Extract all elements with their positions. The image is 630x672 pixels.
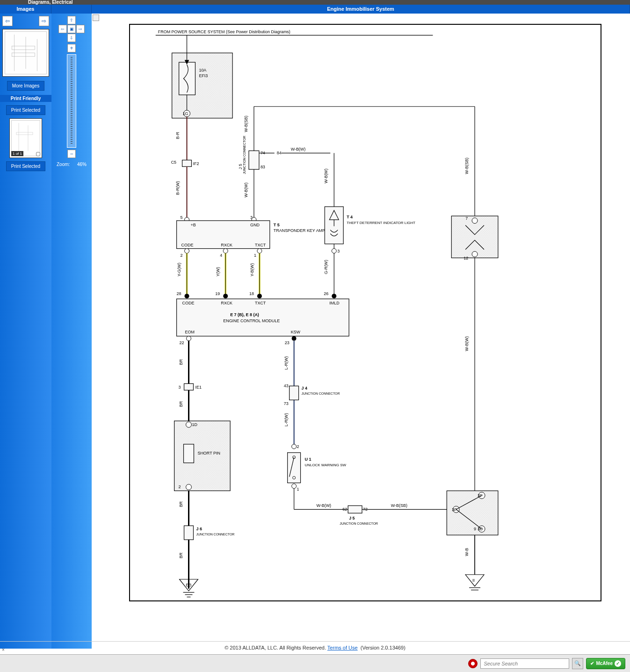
svg-text:1D: 1D	[192, 422, 197, 427]
svg-rect-32	[249, 151, 259, 169]
svg-text:J 4: J 4	[302, 386, 307, 390]
svg-text:W-B(SB): W-B(SB)	[464, 158, 469, 174]
footer: © 2013 ALLDATA, LLC. All Rights Reserved…	[0, 641, 630, 653]
svg-point-97	[187, 336, 191, 341]
select-page-checkbox[interactable]	[36, 152, 40, 156]
svg-text:7: 7	[465, 216, 468, 221]
svg-point-106	[472, 252, 478, 257]
svg-rect-134	[290, 386, 299, 400]
image-thumbnail[interactable]	[2, 29, 49, 77]
svg-text:W-B: W-B	[464, 548, 469, 556]
print-selected-button-2[interactable]: Print Selected	[6, 161, 45, 171]
svg-text:II: II	[472, 578, 475, 583]
svg-point-120	[186, 484, 192, 490]
svg-point-73	[223, 294, 228, 298]
svg-rect-4	[12, 53, 35, 57]
svg-text:L-R(W): L-R(W)	[284, 413, 289, 426]
svg-text:83: 83	[261, 165, 265, 169]
security-shield-icon[interactable]	[468, 659, 478, 668]
mcafee-label: McAfee	[596, 661, 613, 666]
svg-text:2: 2	[297, 444, 299, 449]
mcafee-badge[interactable]: ✔ McAfee ✓	[586, 658, 625, 669]
svg-rect-123	[184, 526, 194, 540]
zoom-column: ⇧ ⇦ ▣ ⇨ ⇩ + − Zoom: 46%	[51, 14, 92, 649]
svg-rect-115	[174, 421, 231, 491]
svg-text:3D: 3D	[478, 527, 483, 531]
svg-text:B-R(W): B-R(W)	[175, 181, 180, 195]
svg-text:CODE: CODE	[181, 243, 194, 247]
more-images-button[interactable]: More Images	[7, 81, 44, 91]
pan-down-button[interactable]: ⇩	[67, 34, 76, 42]
sidebar-left: ⇦ ⇨ More Images Print Friendly Print Sel…	[0, 14, 51, 649]
pan-center-button[interactable]: ▣	[67, 25, 76, 33]
svg-text:43: 43	[284, 383, 289, 388]
svg-point-116	[186, 422, 192, 427]
svg-text:JUNCTION CONNECTOR: JUNCTION CONNECTOR	[243, 136, 246, 174]
svg-rect-3	[12, 46, 35, 50]
svg-text:W-B(SB): W-B(SB)	[244, 116, 248, 132]
svg-text:JUNCTION CONNECTOR: JUNCTION CONNECTOR	[340, 522, 378, 525]
prev-image-button[interactable]: ⇦	[2, 16, 13, 26]
svg-text:4: 4	[220, 253, 222, 258]
svg-text:IF2: IF2	[193, 161, 199, 166]
svg-text:23: 23	[285, 340, 290, 345]
svg-text:3: 3	[337, 249, 340, 253]
svg-point-75	[257, 294, 262, 298]
diagram-viewport[interactable]: FROM POWER SOURCE SYSTEM (See Power Dist…	[92, 14, 630, 649]
svg-text:2: 2	[181, 253, 183, 258]
zoom-slider[interactable]	[67, 54, 76, 148]
svg-text:73: 73	[284, 401, 289, 406]
svg-text:Y(W): Y(W)	[216, 267, 220, 276]
diagram-tool-icon[interactable]	[93, 14, 99, 21]
zoom-out-button[interactable]: −	[67, 150, 76, 158]
svg-text:EB: EB	[186, 583, 192, 587]
next-image-button[interactable]: ⇨	[39, 16, 49, 26]
pan-right-button[interactable]: ⇨	[76, 25, 85, 33]
svg-text:B-R: B-R	[175, 132, 180, 139]
svg-point-71	[185, 294, 189, 298]
svg-text:J 5: J 5	[349, 516, 355, 520]
browser-toolbar: 🔍 ✔ McAfee ✓	[0, 654, 630, 672]
svg-text:BR: BR	[179, 401, 183, 407]
svg-text:62: 62	[342, 507, 347, 512]
svg-text:KSW: KSW	[291, 330, 301, 334]
svg-text:JUNCTION CONNECTOR: JUNCTION CONNECTOR	[196, 533, 234, 536]
version-text: (Version 2.0.13469)	[361, 645, 406, 650]
zoom-in-button[interactable]: +	[67, 44, 76, 52]
svg-text:Y-B(W): Y-B(W)	[250, 263, 254, 277]
svg-text:FROM POWER SOURCE SYSTEM (See : FROM POWER SOURCE SYSTEM (See Power Dist…	[158, 29, 290, 34]
svg-text:T 4: T 4	[347, 215, 353, 219]
svg-text:EOM: EOM	[185, 330, 195, 334]
print-thumbnail[interactable]: 1 of 1	[9, 118, 42, 158]
svg-text:J 6: J 6	[196, 527, 202, 531]
svg-point-60	[257, 249, 262, 253]
svg-text:12: 12	[463, 256, 468, 260]
print-selected-button-1[interactable]: Print Selected	[6, 105, 45, 115]
svg-text:W-B(W): W-B(W)	[244, 182, 248, 197]
svg-point-145	[293, 477, 296, 479]
svg-text:9: 9	[474, 527, 476, 531]
svg-text:RXCK: RXCK	[221, 243, 232, 247]
svg-text:RXCK: RXCK	[221, 301, 232, 305]
svg-text:THEFT DETERRENT INDICATOR LIGH: THEFT DETERRENT INDICATOR LIGHT	[347, 221, 415, 225]
svg-text:26: 26	[324, 291, 328, 296]
svg-rect-159	[447, 491, 498, 535]
svg-point-148	[292, 484, 297, 489]
svg-text:1G: 1G	[183, 111, 188, 116]
pan-up-button[interactable]: ⇧	[67, 16, 76, 24]
svg-point-58	[223, 249, 228, 253]
secure-search-input[interactable]	[480, 658, 569, 669]
pan-left-button[interactable]: ⇦	[58, 25, 67, 33]
svg-point-99	[292, 336, 297, 341]
svg-text:JUNCTION CONNECTOR: JUNCTION CONNECTOR	[302, 392, 340, 395]
search-button[interactable]: 🔍	[572, 658, 583, 669]
svg-text:UNLOCK WARNING SW: UNLOCK WARNING SW	[305, 463, 347, 467]
svg-text:1: 1	[297, 487, 299, 491]
svg-text:5: 5	[181, 215, 183, 220]
svg-rect-14	[179, 62, 196, 95]
svg-text:BR: BR	[179, 501, 183, 507]
svg-text:E 7 (B),   E 8 (A): E 7 (B), E 8 (A)	[230, 312, 259, 317]
svg-text:BR: BR	[179, 552, 183, 558]
terms-link[interactable]: Terms of Use	[327, 645, 358, 650]
zoom-value: 46%	[77, 162, 87, 167]
